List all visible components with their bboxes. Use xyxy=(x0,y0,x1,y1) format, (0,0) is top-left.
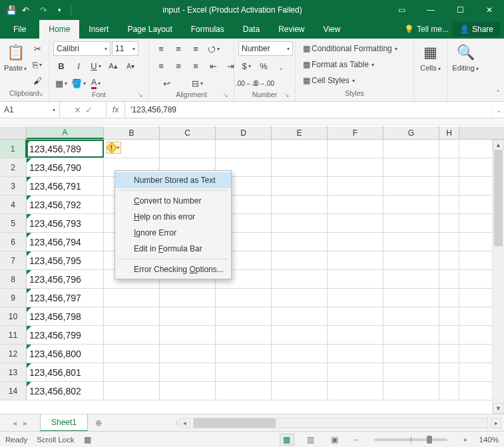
name-box[interactable]: A1▾ xyxy=(0,102,60,118)
sheet-tab-active[interactable]: Sheet1 xyxy=(40,414,88,432)
column-header-a[interactable]: A xyxy=(27,126,104,139)
ctx-edit-formula-bar[interactable]: Edit in Formula Bar xyxy=(115,241,231,257)
hscroll-left-icon[interactable]: ◂ xyxy=(180,418,190,428)
column-header-d[interactable]: D xyxy=(216,126,272,139)
cell-f9[interactable] xyxy=(328,289,383,307)
align-top-icon[interactable]: ≡ xyxy=(153,41,169,56)
cell-f6[interactable] xyxy=(328,233,383,251)
row-header[interactable]: 6 xyxy=(0,233,27,251)
cell-c10[interactable] xyxy=(160,307,216,325)
redo-icon[interactable]: ↷ xyxy=(36,3,51,17)
increase-decimal-icon[interactable]: .00→.0 xyxy=(238,76,254,90)
cell-h5[interactable] xyxy=(439,214,459,232)
cell-a10[interactable]: 123,456,798 xyxy=(27,307,104,325)
cell-a3[interactable]: 123,456,791 xyxy=(27,177,104,195)
vscroll-thumb[interactable] xyxy=(494,150,503,246)
italic-button[interactable]: I xyxy=(71,59,87,73)
decrease-font-icon[interactable]: A▾ xyxy=(123,59,138,73)
cell-e7[interactable] xyxy=(272,251,328,269)
cell-e3[interactable] xyxy=(272,177,328,195)
cell-a1[interactable]: 123,456,789 xyxy=(27,140,104,158)
cell-c1[interactable] xyxy=(160,140,216,158)
cell-f2[interactable] xyxy=(328,158,383,176)
tab-insert[interactable]: Insert xyxy=(79,20,118,39)
decrease-indent-icon[interactable]: ⇤ xyxy=(205,59,221,73)
font-name-combo[interactable]: Calibri▾ xyxy=(53,41,111,56)
cell-f13[interactable] xyxy=(328,363,383,381)
cell-c11[interactable] xyxy=(160,326,216,344)
cell-a5[interactable]: 123,456,793 xyxy=(27,214,104,232)
vertical-scrollbar[interactable]: ▲ ▼ xyxy=(492,140,504,414)
zoom-thumb[interactable] xyxy=(427,436,432,444)
close-button[interactable]: ✕ xyxy=(475,0,504,20)
cell-e9[interactable] xyxy=(272,289,328,307)
merge-center-icon[interactable]: ⊟▾ xyxy=(181,76,213,90)
column-header-h[interactable]: H xyxy=(439,126,459,139)
sheet-prev-icon[interactable]: ◂ xyxy=(13,418,17,428)
hscroll-track[interactable] xyxy=(193,418,488,428)
column-header-g[interactable]: G xyxy=(383,126,439,139)
cell-e4[interactable] xyxy=(272,196,328,214)
font-size-combo[interactable]: 11▾ xyxy=(112,41,138,56)
cell-h13[interactable] xyxy=(439,363,459,381)
row-header[interactable]: 13 xyxy=(0,363,27,381)
smart-tag-dropdown-icon[interactable]: ▾ xyxy=(117,145,120,150)
sheet-nav[interactable]: ◂▸ xyxy=(0,418,40,428)
column-header-c[interactable]: C xyxy=(160,126,216,139)
cell-g10[interactable] xyxy=(383,307,439,325)
cell-a13[interactable]: 123,456,801 xyxy=(27,363,104,381)
cell-e10[interactable] xyxy=(272,307,328,325)
percent-format-icon[interactable]: % xyxy=(256,59,272,73)
cell-h4[interactable] xyxy=(439,196,459,214)
row-header[interactable]: 10 xyxy=(0,307,27,325)
page-layout-view-icon[interactable]: ▥ xyxy=(304,434,318,446)
increase-font-icon[interactable]: A▴ xyxy=(105,59,121,73)
cell-e12[interactable] xyxy=(272,345,328,363)
cell-g4[interactable] xyxy=(383,196,439,214)
cell-h9[interactable] xyxy=(439,289,459,307)
cell-d14[interactable] xyxy=(216,382,272,400)
cell-h11[interactable] xyxy=(439,326,459,344)
cell-a2[interactable]: 123,456,790 xyxy=(27,158,104,176)
cell-h12[interactable] xyxy=(439,345,459,363)
row-header[interactable]: 12 xyxy=(0,345,27,363)
font-color-icon[interactable]: A▾ xyxy=(88,76,104,90)
row-header[interactable]: 2 xyxy=(0,158,27,176)
align-center-icon[interactable]: ≡ xyxy=(170,59,186,73)
clipboard-dialog-icon[interactable]: ↘ xyxy=(38,90,43,97)
column-header-f[interactable]: F xyxy=(328,126,383,139)
row-header[interactable]: 7 xyxy=(0,251,27,269)
cell-f5[interactable] xyxy=(328,214,383,232)
cell-styles-button[interactable]: ▦Cell Styles▾ xyxy=(300,73,358,88)
cell-c12[interactable] xyxy=(160,345,216,363)
qat-customize-icon[interactable]: ▾ xyxy=(52,3,67,17)
cell-g9[interactable] xyxy=(383,289,439,307)
tab-page-layout[interactable]: Page Layout xyxy=(118,20,181,39)
row-header[interactable]: 5 xyxy=(0,214,27,232)
save-icon[interactable]: 💾 xyxy=(4,3,19,17)
align-left-icon[interactable]: ≡ xyxy=(153,59,169,73)
cell-h14[interactable] xyxy=(439,382,459,400)
format-as-table-button[interactable]: ▦Format as Table▾ xyxy=(300,57,378,72)
cell-d11[interactable] xyxy=(216,326,272,344)
cell-b13[interactable] xyxy=(104,363,160,381)
cell-f8[interactable] xyxy=(328,270,383,288)
cell-b11[interactable] xyxy=(104,326,160,344)
row-header[interactable]: 8 xyxy=(0,270,27,288)
cell-d10[interactable] xyxy=(216,307,272,325)
cell-a6[interactable]: 123,456,794 xyxy=(27,233,104,251)
cell-f3[interactable] xyxy=(328,177,383,195)
cell-g6[interactable] xyxy=(383,233,439,251)
cell-a8[interactable]: 123,456,796 xyxy=(27,270,104,288)
cell-h8[interactable] xyxy=(439,270,459,288)
cell-g1[interactable] xyxy=(383,140,439,158)
ribbon-options-icon[interactable]: ▭ xyxy=(387,0,416,20)
cell-a12[interactable]: 123,456,800 xyxy=(27,345,104,363)
expand-formula-bar-icon[interactable]: ⌄ xyxy=(492,102,504,118)
cell-h3[interactable] xyxy=(439,177,459,195)
cancel-edit-icon[interactable]: ✕ xyxy=(74,105,81,115)
comma-format-icon[interactable]: , xyxy=(273,59,289,73)
cell-c9[interactable] xyxy=(160,289,216,307)
row-header[interactable]: 9 xyxy=(0,289,27,307)
scroll-up-icon[interactable]: ▲ xyxy=(493,140,504,150)
